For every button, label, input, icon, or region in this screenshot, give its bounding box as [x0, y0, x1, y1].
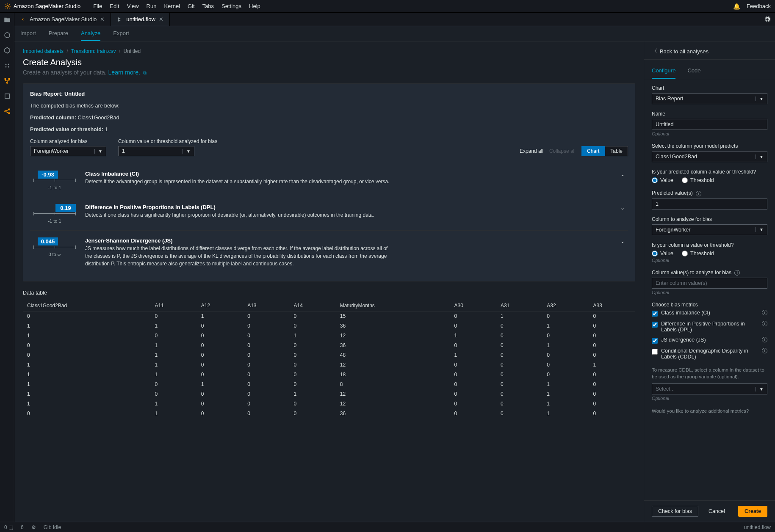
col-value-label: Column value or threshold analyzed for b… — [118, 138, 217, 144]
breadcrumb-link[interactable]: Transform: train.csv — [71, 48, 116, 54]
info-icon[interactable]: i — [696, 191, 701, 196]
table-header[interactable]: A33 — [589, 300, 635, 311]
table-header[interactable]: Class1Good2Bad — [23, 300, 151, 311]
share-icon[interactable] — [3, 108, 11, 115]
tab-prepare[interactable]: Prepare — [49, 26, 68, 41]
col-analyzed-label: Column analyzed for bias — [30, 138, 106, 144]
tab-configure[interactable]: Configure — [652, 63, 675, 79]
back-to-analyses-link[interactable]: 〈 Back to all analyses — [652, 47, 767, 55]
table-row: 11000120001 — [23, 360, 635, 370]
table-header[interactable]: A12 — [197, 300, 243, 311]
cddl-select[interactable]: Select...▼ — [652, 383, 767, 394]
menu-run[interactable]: Run — [147, 3, 157, 9]
col-values-input[interactable] — [652, 278, 767, 289]
create-button[interactable]: Create — [738, 506, 767, 517]
terminal-icon[interactable]: 0 ⬚ — [4, 524, 13, 530]
predict-column-select[interactable]: Class1Good2Bad▼ — [652, 151, 767, 162]
chevron-down-icon: ▼ — [756, 387, 764, 391]
config-panel: 〈 Back to all analyses Configure Code Ch… — [644, 41, 775, 522]
chevron-down-icon[interactable]: ⌄ — [620, 238, 625, 244]
gear-small-icon[interactable]: ⚙ — [31, 524, 36, 530]
file-tab-studio[interactable]: Amazon SageMaker Studio ✕ — [14, 13, 111, 26]
tab-export[interactable]: Export — [113, 26, 129, 41]
hexagon-icon[interactable] — [3, 47, 11, 54]
view-chart-button[interactable]: Chart — [581, 146, 605, 156]
menu-view[interactable]: View — [127, 3, 139, 9]
chevron-down-icon[interactable]: ⌄ — [620, 205, 625, 211]
info-icon[interactable]: i — [734, 270, 740, 276]
info-icon[interactable]: i — [762, 348, 767, 353]
chart-type-select[interactable]: Bias Report▼ — [652, 93, 767, 104]
file-tabs: Amazon SageMaker Studio ✕ untitled.flow … — [14, 13, 775, 26]
view-table-button[interactable]: Table — [605, 146, 628, 156]
close-icon[interactable]: ✕ — [100, 16, 105, 22]
gauge-range: -1 to 1 — [33, 185, 76, 190]
menu-help[interactable]: Help — [249, 3, 260, 9]
menu-kernel[interactable]: Kernel — [164, 3, 180, 9]
table-header[interactable]: A13 — [243, 300, 289, 311]
table-header[interactable]: A11 — [151, 300, 197, 311]
bias-report: Bias Report: Untitled The computed bias … — [23, 83, 635, 281]
metric-card: 0.045 0 to ∞ Jensen-Shannon Divergence (… — [30, 231, 628, 274]
metric-desc: JS measures how much the label distribut… — [85, 245, 390, 267]
tab-code[interactable]: Code — [687, 63, 700, 79]
collapse-all-link[interactable]: Collapse all — [549, 148, 576, 154]
metric-gauge: -0.93 -1 to 1 — [33, 171, 76, 190]
gauge-value: -0.93 — [38, 171, 58, 179]
info-icon[interactable]: i — [762, 310, 767, 315]
col-value-select[interactable]: 1▼ — [118, 146, 194, 156]
menu-settings[interactable]: Settings — [221, 3, 241, 9]
learn-more-link[interactable]: Learn more. ⧉ — [108, 69, 147, 76]
bias-metric-checkbox[interactable]: Conditional Demographic Disparity in Lab… — [652, 348, 767, 360]
gauge-range: -1 to 1 — [33, 218, 76, 223]
info-icon[interactable]: i — [762, 321, 767, 326]
name-input[interactable] — [652, 119, 767, 130]
svg-point-8 — [8, 78, 10, 80]
bias-metric-checkbox[interactable]: Difference in Positive Proportions in La… — [652, 321, 767, 333]
expand-all-link[interactable]: Expand all — [520, 148, 543, 154]
menu-file[interactable]: File — [93, 3, 102, 9]
cancel-button[interactable]: Cancel — [703, 506, 731, 516]
circle-icon[interactable] — [3, 31, 11, 39]
feedback-link[interactable]: Feedback — [747, 3, 771, 9]
svg-point-13 — [8, 113, 10, 114]
close-icon[interactable]: ✕ — [159, 16, 163, 22]
bias-metric-checkbox[interactable]: JS divergence (JS) i — [652, 337, 767, 344]
table-row: 01000360010 — [23, 409, 635, 419]
square-icon[interactable] — [3, 92, 11, 100]
radio-threshold[interactable]: Threshold — [682, 177, 714, 183]
predict-values-input[interactable] — [652, 198, 767, 209]
radio-col-value[interactable]: Value — [652, 251, 673, 256]
external-link-icon: ⧉ — [143, 70, 147, 75]
bias-metric-checkbox[interactable]: Class imbalance (CI) i — [652, 310, 767, 317]
check-for-bias-button[interactable]: Check for bias — [652, 506, 698, 517]
notifications-icon[interactable]: 🔔 — [733, 3, 740, 10]
menu-tabs[interactable]: Tabs — [202, 3, 214, 9]
chevron-down-icon[interactable]: ⌄ — [620, 171, 625, 177]
tab-analyze[interactable]: Analyze — [81, 26, 100, 41]
table-header[interactable]: A31 — [496, 300, 542, 311]
palette-icon[interactable] — [3, 62, 11, 69]
table-header[interactable]: A32 — [542, 300, 589, 311]
table-header[interactable]: MaturityMonths — [336, 300, 450, 311]
menu-edit[interactable]: Edit — [110, 3, 119, 9]
menu-git[interactable]: Git — [188, 3, 195, 9]
table-header[interactable]: A14 — [290, 300, 336, 311]
radio-value[interactable]: Value — [652, 177, 673, 183]
folder-icon[interactable] — [3, 16, 11, 24]
gear-icon[interactable] — [760, 13, 775, 26]
radio-col-threshold[interactable]: Threshold — [682, 251, 714, 256]
col-analyzed-select[interactable]: ForeignWorker▼ — [30, 146, 106, 156]
table-row: 1010080010 — [23, 380, 635, 389]
app-logo: Amazon SageMaker Studio — [4, 3, 80, 10]
chevron-down-icon: ▼ — [94, 149, 102, 154]
breadcrumb-link[interactable]: Imported datasets — [23, 48, 64, 54]
table-header[interactable]: A30 — [450, 300, 496, 311]
tab-import[interactable]: Import — [20, 26, 36, 41]
info-icon[interactable]: i — [762, 337, 767, 342]
data-table-title: Data table — [23, 290, 635, 296]
flow-icon[interactable] — [3, 77, 11, 85]
file-tab-flow[interactable]: untitled.flow ✕ — [111, 13, 170, 26]
analyze-column-select[interactable]: ForeignWorker▼ — [652, 224, 767, 235]
menubar: Amazon SageMaker Studio File Edit View R… — [0, 0, 775, 13]
